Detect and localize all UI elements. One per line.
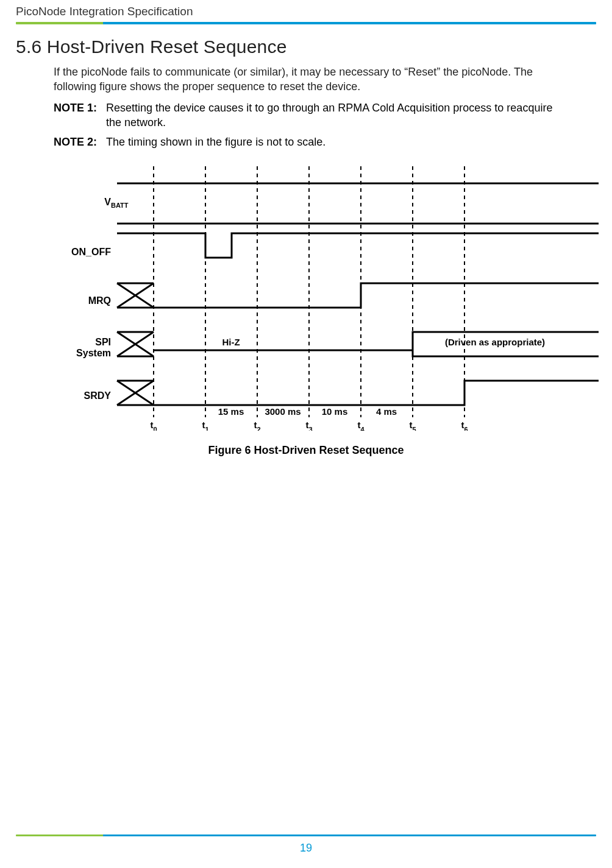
tm-t5: t5 [409, 420, 416, 431]
tm-t3: t3 [305, 420, 312, 431]
int-4ms: 4 ms [376, 406, 397, 417]
annot-hiz: Hi-Z [222, 337, 240, 347]
figure-caption: Figure 6 Host-Driven Reset Sequence [52, 444, 560, 457]
signal-vbatt-label: V [104, 197, 111, 207]
footer-rule [16, 834, 596, 836]
tm-t0: t0 [150, 420, 157, 431]
section-heading: 5.6 Host-Driven Reset Sequence [16, 37, 560, 57]
signal-vbatt-sub: BATT [111, 202, 129, 209]
signal-srdy-label: SRDY [84, 390, 112, 401]
tm-t4: t4 [357, 420, 365, 431]
signal-mrq-label: MRQ [88, 295, 111, 306]
doc-title: PicoNode Integration Specification [16, 5, 193, 18]
doc-header: PicoNode Integration Specification [0, 0, 612, 18]
int-15ms: 15 ms [218, 406, 244, 417]
tm-t6: t6 [461, 420, 468, 431]
note-2-text: The timing shown in the figure is not to… [106, 135, 560, 149]
annot-driven: (Driven as appropriate) [445, 337, 545, 347]
int-10ms: 10 ms [322, 406, 348, 417]
note-1-label: NOTE 1: [54, 101, 102, 130]
note-2: NOTE 2: The timing shown in the figure i… [54, 135, 560, 149]
timing-diagram: V BATT ON_OFF MRQ SPI System SRDY [68, 163, 599, 433]
main-content: 5.6 Host-Driven Reset Sequence If the pi… [0, 24, 612, 457]
page-number: 19 [0, 842, 612, 855]
tm-t2: t2 [254, 420, 260, 431]
int-3000ms: 3000 ms [265, 406, 301, 417]
signal-spi-label: SPI [95, 337, 111, 347]
note-2-label: NOTE 2: [54, 135, 102, 149]
signal-onoff-label: ON_OFF [71, 247, 111, 257]
note-1: NOTE 1: Resetting the device causes it t… [54, 101, 560, 130]
tm-t1: t1 [202, 420, 208, 431]
intro-paragraph: If the picoNode fails to communicate (or… [54, 65, 560, 94]
signal-spi-label2: System [76, 348, 111, 358]
note-1-text: Resetting the device causes it to go thr… [106, 101, 560, 130]
